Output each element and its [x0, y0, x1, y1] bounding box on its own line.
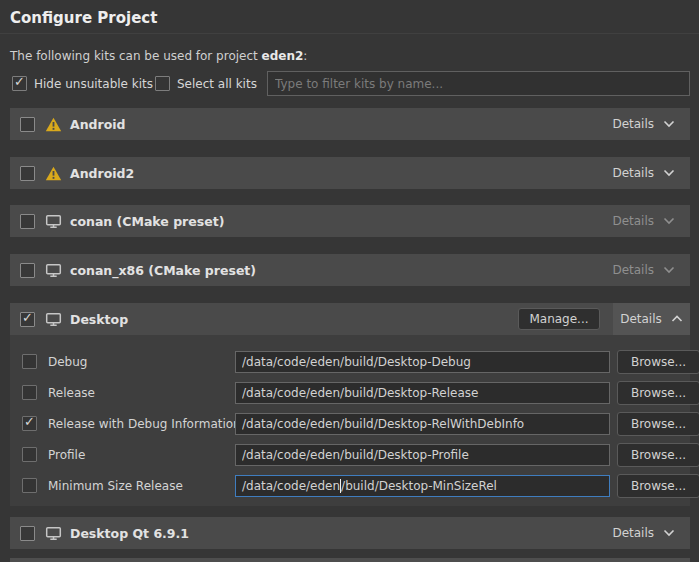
kit-checkbox[interactable] [20, 263, 35, 278]
browse-button[interactable]: Browse... [617, 474, 699, 498]
desktop-icon [45, 312, 62, 327]
config-row-relwithdebinfo: Release with Debug Information Browse... [10, 413, 690, 435]
config-checkbox[interactable] [22, 416, 37, 431]
kit-name: conan (CMake preset) [70, 214, 224, 229]
kit-row-android2[interactable]: Android2 Details [10, 157, 690, 189]
kit-name: conan_x86 (CMake preset) [70, 263, 256, 278]
details-toggle[interactable]: Details [606, 254, 681, 286]
build-dir-input-focused[interactable]: /data/code/eden/build/Desktop-MinSizeRel [235, 475, 610, 497]
select-all-checkbox[interactable] [155, 76, 170, 91]
select-all-kits-option[interactable]: Select all kits [155, 76, 257, 91]
hide-unsuitable-checkbox[interactable] [12, 76, 27, 91]
browse-button[interactable]: Browse... [617, 443, 699, 467]
build-dir-input[interactable] [235, 413, 610, 435]
config-label: Profile [48, 448, 85, 462]
kit-row-conan[interactable]: conan (CMake preset) Details [10, 205, 690, 237]
details-toggle[interactable]: Details [606, 157, 681, 189]
kit-name: Android [70, 117, 126, 132]
chevron-down-icon [663, 529, 675, 537]
browse-button[interactable]: Browse... [617, 350, 699, 374]
kit-filter-input[interactable] [267, 71, 690, 96]
title-separator [0, 33, 699, 34]
config-label: Release [48, 386, 95, 400]
hide-unsuitable-label[interactable]: Hide unsuitable kits [34, 77, 153, 91]
config-checkbox[interactable] [22, 354, 37, 369]
chevron-down-icon [663, 217, 675, 225]
intro-text: The following kits can be used for proje… [10, 49, 307, 63]
details-toggle[interactable]: Details [606, 108, 681, 140]
kit-checkbox[interactable] [20, 526, 35, 541]
chevron-up-icon [671, 315, 683, 323]
kit-name: Desktop Qt 6.9.1 [70, 526, 189, 541]
desktop-build-configs-panel: Debug Browse... Release Browse... Releas… [10, 335, 690, 506]
config-checkbox[interactable] [22, 447, 37, 462]
details-toggle[interactable]: Details [606, 205, 681, 237]
build-dir-input[interactable] [235, 351, 610, 373]
browse-button[interactable]: Browse... [617, 381, 699, 405]
kit-row-desktop[interactable]: Desktop Manage... Details [10, 303, 690, 335]
config-checkbox[interactable] [22, 385, 37, 400]
config-row-release: Release Browse... [10, 382, 690, 404]
kit-row-conan-x86[interactable]: conan_x86 (CMake preset) Details [10, 254, 690, 286]
config-row-profile: Profile Browse... [10, 444, 690, 466]
config-checkbox[interactable] [22, 478, 37, 493]
details-toggle[interactable]: Details [606, 517, 681, 549]
browse-button[interactable]: Browse... [617, 412, 699, 436]
kit-row-android[interactable]: Android Details [10, 108, 690, 140]
warning-icon [45, 117, 62, 132]
kit-name: Android2 [70, 166, 134, 181]
desktop-icon [45, 214, 62, 229]
hide-unsuitable-kits-option[interactable]: Hide unsuitable kits [12, 76, 153, 91]
kit-checkbox[interactable] [20, 312, 35, 327]
page-title: Configure Project [10, 9, 157, 27]
config-label: Debug [48, 355, 87, 369]
build-dir-input[interactable] [235, 382, 610, 404]
build-dir-input[interactable] [235, 444, 610, 466]
kit-checkbox[interactable] [20, 166, 35, 181]
chevron-down-icon [663, 266, 675, 274]
next-row-edge [10, 558, 690, 562]
desktop-icon [45, 263, 62, 278]
config-row-minsizerel: Minimum Size Release /data/code/eden/bui… [10, 475, 690, 497]
kit-name: Desktop [70, 312, 128, 327]
chevron-down-icon [663, 169, 675, 177]
project-name: eden2 [262, 49, 304, 63]
config-label: Release with Debug Information [48, 417, 241, 431]
config-row-debug: Debug Browse... [10, 351, 690, 373]
kit-checkbox[interactable] [20, 117, 35, 132]
desktop-icon [45, 526, 62, 541]
chevron-down-icon [663, 120, 675, 128]
config-label: Minimum Size Release [48, 479, 183, 493]
details-toggle[interactable]: Details [613, 303, 690, 335]
kit-checkbox[interactable] [20, 214, 35, 229]
select-all-label[interactable]: Select all kits [177, 77, 257, 91]
configure-project-page: Configure Project The following kits can… [0, 0, 699, 562]
manage-kits-button[interactable]: Manage... [518, 308, 600, 330]
warning-icon [45, 166, 62, 181]
kit-row-desktop-qt[interactable]: Desktop Qt 6.9.1 Details [10, 517, 690, 549]
